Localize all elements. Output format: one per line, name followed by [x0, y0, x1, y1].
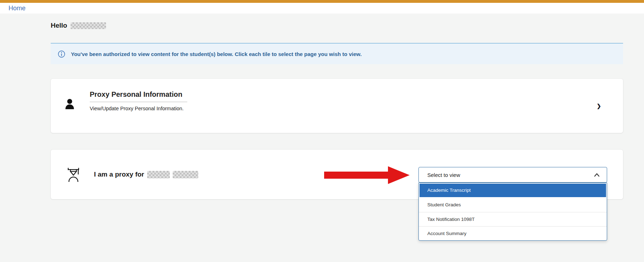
option-student-grades[interactable]: Student Grades [419, 198, 607, 212]
option-tax-notification-1098t[interactable]: Tax Notification 1098T [419, 212, 607, 226]
greeting-label: Hello [51, 22, 67, 29]
dropdown-option-list: Academic Transcript Student Grades Tax N… [418, 183, 607, 241]
chevron-up-icon[interactable] [594, 173, 600, 177]
breadcrumb-home-link[interactable]: Home [9, 5, 26, 12]
card-subtitle: View/Update Proxy Personal Information. [90, 106, 187, 111]
option-academic-transcript[interactable]: Academic Transcript [420, 184, 606, 197]
user-icon [65, 99, 74, 110]
select-to-view-dropdown[interactable]: Select to view [418, 167, 607, 183]
greeting: Hello [51, 22, 106, 29]
info-banner-text: You've been authorized to view content f… [71, 51, 362, 57]
breadcrumb-bar: Home [0, 3, 644, 14]
card-proxy-line: I am a proxy for [94, 171, 198, 178]
card-proxy-personal-information[interactable]: Proxy Personal Information View/Update P… [51, 79, 623, 133]
graduate-icon [67, 167, 80, 182]
redacted-student-last-name [173, 171, 198, 178]
redacted-student-first-name [147, 171, 170, 178]
card-title: Proxy Personal Information [90, 90, 187, 102]
option-account-summary[interactable]: Account Summary [419, 226, 607, 240]
proxy-label: I am a proxy for [94, 171, 144, 178]
info-icon [58, 50, 65, 58]
redacted-user-name [71, 22, 106, 29]
chevron-right-icon: ❯ [596, 103, 601, 109]
card-text-block: Proxy Personal Information View/Update P… [90, 90, 187, 111]
top-accent-bar [0, 0, 644, 3]
info-banner: You've been authorized to view content f… [51, 44, 623, 64]
select-value: Select to view [427, 172, 460, 178]
